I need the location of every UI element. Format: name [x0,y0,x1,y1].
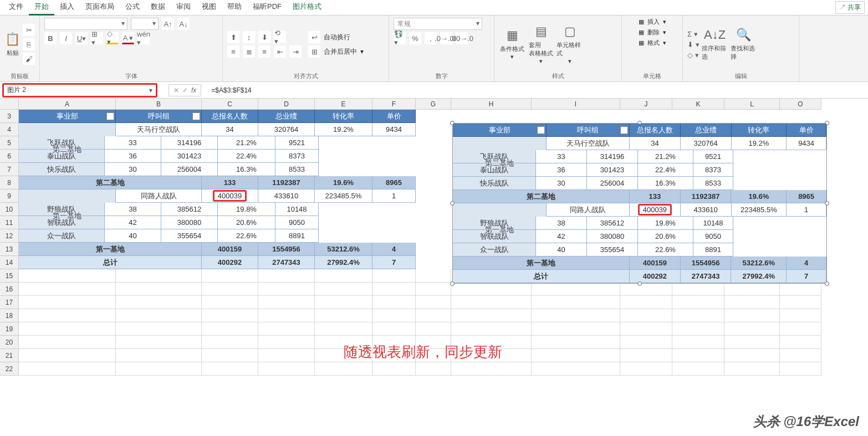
empty-cell[interactable] [116,283,202,296]
cut-icon[interactable]: ✂ [23,24,35,36]
empty-cell[interactable] [258,362,315,376]
empty-cell[interactable] [620,349,672,362]
empty-cell[interactable] [202,322,258,336]
empty-cell[interactable] [258,322,315,336]
row-header[interactable]: 10 [0,203,19,216]
empty-cell[interactable] [315,269,372,283]
empty-cell[interactable] [19,349,116,362]
empty-cell[interactable] [532,362,620,376]
orientation-icon[interactable]: ⟲ ▾ [274,31,286,43]
underline-button[interactable]: U ▾ [75,32,88,44]
menu-item[interactable]: 文件 [3,0,29,16]
increase-font-icon[interactable]: A↑ [162,18,174,30]
italic-button[interactable]: I [60,32,72,44]
empty-cell[interactable] [620,296,672,309]
empty-cell[interactable] [202,309,258,322]
empty-cell[interactable] [724,362,780,376]
empty-cell[interactable] [451,296,532,309]
empty-cell[interactable] [258,336,315,349]
column-header[interactable]: O [780,99,821,110]
empty-cell[interactable] [19,309,116,322]
empty-cell[interactable] [116,362,202,376]
empty-cell[interactable] [416,309,451,322]
wrap-text-icon[interactable]: ↩ [308,31,320,43]
column-header[interactable]: B [116,99,202,110]
menu-item[interactable]: 数据 [145,0,171,16]
empty-cell[interactable] [672,296,724,309]
share-button[interactable]: ↗ 共享 [835,1,865,14]
empty-cell[interactable] [451,362,532,376]
empty-cell[interactable] [116,349,202,362]
resize-handle[interactable] [637,281,642,286]
empty-cell[interactable] [116,296,202,309]
row-header[interactable]: 22 [0,362,19,376]
empty-cell[interactable] [116,309,202,322]
column-header[interactable]: K [672,99,724,110]
indent-left-icon[interactable]: ⇤ [274,45,286,58]
empty-cell[interactable] [372,269,416,283]
column-header[interactable]: I [532,99,620,110]
empty-cell[interactable] [315,362,372,376]
empty-cell[interactable] [780,349,821,362]
empty-cell[interactable] [724,283,780,296]
phonetic-button[interactable]: wén ▾ [137,32,150,44]
row-header[interactable]: 16 [0,283,19,296]
empty-cell[interactable] [724,322,780,336]
paste-button[interactable]: 📋 粘贴 [4,25,21,64]
menu-item[interactable]: 视图 [196,0,222,16]
empty-cell[interactable] [620,362,672,376]
empty-cell[interactable] [532,283,620,296]
empty-cell[interactable] [258,269,315,283]
empty-cell[interactable] [620,336,672,349]
empty-cell[interactable] [202,349,258,362]
sort-filter-button[interactable]: A↓Z排序和筛选 [702,25,728,64]
menu-item[interactable]: 图片格式 [287,0,327,16]
empty-cell[interactable] [19,296,116,309]
empty-cell[interactable] [416,322,451,336]
empty-cell[interactable] [19,362,116,376]
empty-cell[interactable] [724,309,780,322]
filter-icon[interactable]: ▾ [106,112,114,120]
resize-handle[interactable] [450,201,455,206]
row-header[interactable]: 14 [0,256,19,269]
filter-icon[interactable]: ▾ [537,126,545,134]
empty-cell[interactable] [202,362,258,376]
empty-cell[interactable] [780,336,821,349]
empty-cell[interactable] [258,296,315,309]
empty-cell[interactable] [780,283,821,296]
align-center-icon[interactable]: ≣ [243,45,255,58]
merge-icon[interactable]: ⊞ [308,45,320,58]
fill-color-button[interactable]: ◇ ▾ [106,32,119,44]
menu-item[interactable]: 开始 [29,0,54,16]
empty-cell[interactable] [202,269,258,283]
insert-button[interactable]: ▦ 插入 ▾ [639,18,666,26]
row-header[interactable]: 8 [0,176,19,189]
align-left-icon[interactable]: ≡ [227,45,239,58]
find-select-button[interactable]: 🔍查找和选择 [731,25,757,64]
empty-cell[interactable] [258,349,315,362]
row-header[interactable]: 15 [0,269,19,283]
empty-cell[interactable] [416,296,451,309]
column-header[interactable]: H [451,99,532,110]
align-middle-icon[interactable]: ↕ [243,31,255,43]
row-header[interactable]: 17 [0,296,19,309]
font-color-button[interactable]: A ▾ [122,32,134,44]
row-header[interactable]: 13 [0,243,19,256]
empty-cell[interactable] [315,283,372,296]
menu-item[interactable]: 帮助 [222,0,247,16]
menu-item[interactable]: 页面布局 [80,0,120,16]
row-header[interactable]: 20 [0,336,19,349]
formula-input[interactable]: =$A$3:$F$14 [211,86,251,94]
empty-cell[interactable] [532,322,620,336]
empty-cell[interactable] [202,296,258,309]
delete-button[interactable]: ▦ 删除 ▾ [639,28,666,37]
empty-cell[interactable] [19,322,116,336]
menu-item[interactable]: 审阅 [171,0,196,16]
empty-cell[interactable] [315,322,372,336]
empty-cell[interactable] [372,309,416,322]
number-format-select[interactable]: 常规 [394,18,482,30]
column-header[interactable]: E [315,99,372,110]
percent-icon[interactable]: % [409,32,421,44]
empty-cell[interactable] [116,336,202,349]
resize-handle[interactable] [450,281,455,286]
